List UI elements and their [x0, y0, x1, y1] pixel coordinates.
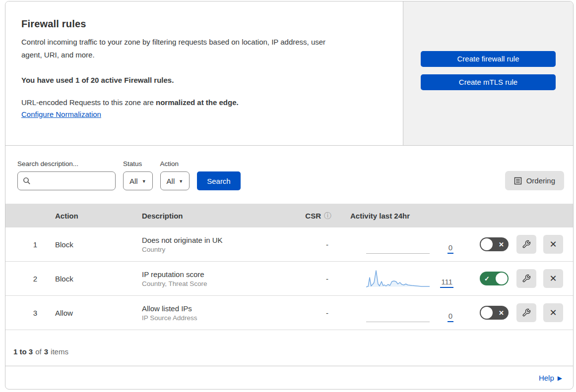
rule-action: Block [50, 275, 137, 283]
toggle-knob [481, 238, 493, 250]
help-link[interactable]: Help ▶ [539, 374, 562, 382]
table-row: 3 Allow Allow listed IPs IP Source Addre… [5, 296, 573, 330]
rule-enabled-toggle[interactable]: ✕ [480, 237, 509, 251]
table-row: 2 Block IP reputation score Country, Thr… [5, 262, 573, 296]
activity-count-link[interactable]: 111 [440, 278, 453, 288]
header-section: Firewall rules Control incoming traffic … [5, 1, 573, 146]
close-icon: ✕ [549, 307, 557, 318]
wrench-icon [522, 274, 531, 283]
search-icon [23, 177, 31, 185]
edit-rule-button[interactable] [516, 235, 536, 254]
toggle-knob [496, 273, 508, 284]
activity-count-wrap: 0 [435, 243, 453, 254]
column-header-action: Action [50, 212, 137, 220]
column-header-activity: Activity last 24hr [335, 212, 459, 220]
arrow-right-icon: ▶ [558, 375, 562, 382]
activity-count-wrap: 0 [435, 312, 453, 322]
rule-priority: 3 [5, 309, 50, 317]
rule-activity-cell: 0 [335, 235, 459, 254]
items-of-label: of [35, 347, 42, 356]
rule-activity-cell: 111 [335, 269, 459, 288]
wrench-icon [522, 240, 531, 249]
activity-count-wrap: 111 [435, 278, 453, 288]
items-label: items [51, 347, 68, 356]
rule-enabled-toggle[interactable]: ✕ [480, 306, 509, 320]
rule-csr-value: - [291, 240, 335, 249]
create-mtls-rule-button[interactable]: Create mTLS rule [421, 74, 556, 90]
rule-description-cell: IP reputation score Country, Threat Scor… [137, 270, 291, 287]
ordering-button-label: Ordering [526, 176, 555, 185]
csr-header-label: CSR [305, 212, 321, 220]
filter-toolbar: Search description... Status All ▼ Actio… [5, 146, 573, 204]
close-icon: ✕ [549, 239, 557, 250]
rule-csr-value: - [291, 309, 335, 317]
header-description-panel: Firewall rules Control incoming traffic … [5, 1, 403, 145]
activity-count-link[interactable]: 0 [448, 312, 453, 322]
rule-enabled-toggle[interactable]: ✓ [480, 272, 509, 285]
help-link-label: Help [539, 374, 554, 382]
header-actions-panel: Create firewall rule Create mTLS rule [403, 1, 573, 145]
list-document-icon [514, 177, 522, 185]
delete-rule-button[interactable]: ✕ [543, 235, 563, 254]
rule-description: Does not originate in UK [142, 236, 291, 244]
ordering-button[interactable]: Ordering [505, 171, 564, 190]
toggle-check-icon: ✓ [484, 275, 490, 282]
normalization-note: URL-encoded Requests to this zone are no… [21, 98, 388, 107]
configure-normalization-link[interactable]: Configure Normalization [21, 110, 101, 118]
rule-criteria: Country, Threat Score [142, 280, 291, 287]
rule-priority: 1 [5, 240, 50, 249]
rule-description-cell: Allow listed IPs IP Source Address [137, 304, 291, 322]
delete-rule-button[interactable]: ✕ [543, 303, 563, 322]
chevron-down-icon: ▼ [179, 179, 183, 184]
create-firewall-rule-button[interactable]: Create firewall rule [421, 51, 556, 67]
search-button[interactable]: Search [197, 171, 241, 190]
delete-rule-button[interactable]: ✕ [543, 269, 563, 288]
page-title: Firewall rules [21, 18, 388, 30]
activity-sparkline-chart [366, 269, 430, 288]
status-dropdown[interactable]: All ▼ [123, 171, 153, 190]
rule-description: IP reputation score [142, 270, 291, 279]
close-icon: ✕ [549, 273, 557, 284]
column-header-description: Description [137, 212, 291, 220]
help-footer: Help ▶ [5, 366, 573, 390]
chevron-down-icon: ▼ [142, 179, 146, 184]
rule-controls: ✕ ✕ [459, 235, 573, 254]
edit-rule-button[interactable] [516, 269, 536, 288]
rule-activity-cell: 0 [335, 304, 459, 322]
firewall-rules-card: Firewall rules Control incoming traffic … [5, 1, 574, 390]
rule-description: Allow listed IPs [142, 304, 291, 313]
status-label: Status [123, 160, 153, 168]
activity-sparkline-flat [366, 304, 430, 322]
rule-controls: ✓ ✕ [459, 269, 573, 288]
normalization-note-text: URL-encoded Requests to this zone are [21, 98, 156, 107]
rule-action: Allow [50, 309, 137, 317]
page-description: Control incoming traffic to your zone by… [21, 36, 344, 62]
column-header-csr: CSR ⓘ [291, 211, 335, 221]
info-icon[interactable]: ⓘ [324, 211, 331, 221]
toggle-knob [481, 307, 493, 319]
action-dropdown[interactable]: All ▼ [160, 171, 190, 190]
table-row: 1 Block Does not originate in UK Country… [5, 227, 573, 262]
rule-description-cell: Does not originate in UK Country [137, 236, 291, 253]
normalization-note-bold: normalized at the edge. [156, 98, 239, 107]
toggle-x-icon: ✕ [499, 309, 504, 317]
rule-criteria: Country [142, 246, 291, 253]
rule-action: Block [50, 240, 137, 249]
action-dropdown-value: All [167, 177, 175, 185]
activity-sparkline-flat [366, 235, 430, 254]
table-header: Action Description CSR ⓘ Activity last 2… [5, 204, 573, 227]
rule-priority: 2 [5, 275, 50, 283]
pagination-summary: 1 to 3 of 3 items [5, 330, 573, 366]
items-range: 1 to 3 [13, 347, 33, 356]
rule-controls: ✕ ✕ [459, 303, 573, 322]
search-label: Search description... [17, 160, 116, 168]
items-total: 3 [44, 347, 48, 356]
activity-count-link[interactable]: 0 [448, 243, 453, 254]
toggle-x-icon: ✕ [499, 241, 504, 248]
search-field[interactable] [17, 171, 116, 190]
usage-summary: You have used 1 of 20 active Firewall ru… [21, 76, 388, 84]
edit-rule-button[interactable] [516, 303, 536, 322]
wrench-icon [522, 308, 531, 317]
search-input[interactable] [35, 177, 110, 185]
rule-criteria: IP Source Address [142, 314, 291, 322]
